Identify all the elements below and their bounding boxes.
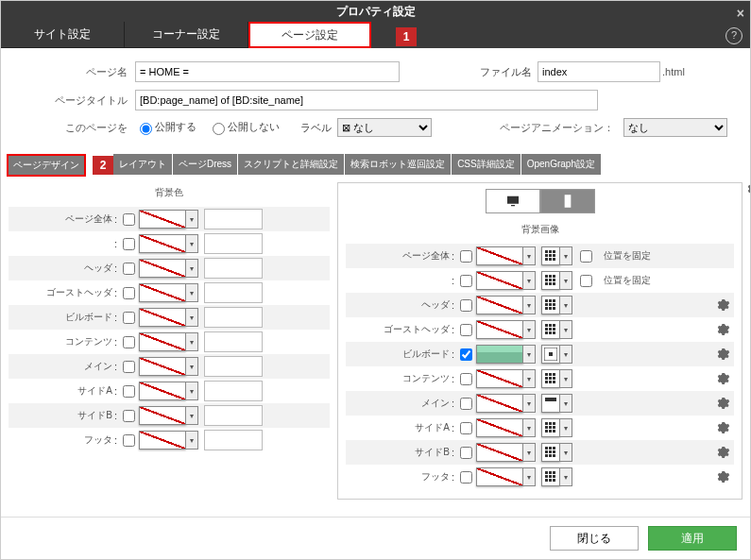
bgcolor-text-billboard[interactable]: [204, 307, 263, 328]
bgimage-swatch-pageAll[interactable]: [476, 246, 523, 265]
bgcolor-dd-footer[interactable]: ▾: [186, 431, 198, 450]
bgimage-check-main[interactable]: [460, 398, 472, 410]
subtab-design[interactable]: ページデザイン: [7, 154, 86, 177]
bgcolor-dd-blank[interactable]: ▾: [186, 234, 198, 253]
bgimage-check-billboard[interactable]: [460, 348, 472, 361]
bgimage-pattern-billboard[interactable]: [541, 345, 560, 364]
subtab-dress[interactable]: ページDress: [173, 154, 237, 175]
bgimage-patdd-blank[interactable]: ▾: [560, 271, 572, 290]
bgcolor-text-blank[interactable]: [204, 233, 263, 254]
publish-yes-radio[interactable]: [140, 123, 152, 135]
bgcolor-swatch-billboard[interactable]: [139, 308, 186, 327]
page-name-input[interactable]: [135, 61, 400, 82]
row-gear-header[interactable]: [715, 297, 730, 313]
subtab-layout[interactable]: レイアウト: [113, 154, 172, 175]
bgcolor-check-billboard[interactable]: [123, 312, 135, 324]
bgcolor-swatch-sideB[interactable]: [139, 406, 186, 425]
bgcolor-text-main[interactable]: [204, 356, 263, 377]
bgimage-check-footer[interactable]: [460, 471, 472, 484]
bgimage-check-sideA[interactable]: [460, 422, 472, 434]
bgcolor-text-pageAll[interactable]: [204, 209, 263, 229]
bgcolor-text-sideB[interactable]: [204, 405, 263, 426]
bgcolor-dd-main[interactable]: ▾: [186, 357, 198, 376]
bgcolor-check-sideA[interactable]: [123, 385, 135, 398]
bgcolor-check-sideB[interactable]: [123, 410, 135, 422]
bgimage-patdd-sideA[interactable]: ▾: [560, 418, 572, 437]
bgimage-pattern-header[interactable]: [541, 296, 560, 314]
row-gear-ghostHeader[interactable]: [715, 322, 730, 337]
bgcolor-check-contents[interactable]: [123, 336, 135, 348]
tab-site[interactable]: サイト設定: [1, 22, 125, 48]
bgimage-swatch-contents[interactable]: [476, 369, 523, 388]
bgimage-swatch-main[interactable]: [476, 394, 523, 413]
bgcolor-dd-billboard[interactable]: ▾: [186, 308, 198, 327]
bgimage-swatch-header[interactable]: [476, 296, 523, 314]
bgcolor-check-ghostHeader[interactable]: [123, 287, 135, 299]
row-gear-sideB[interactable]: [715, 445, 730, 460]
bgimage-check-contents[interactable]: [460, 373, 472, 385]
subtab-script[interactable]: スクリプトと詳細設定: [238, 154, 344, 175]
bgcolor-check-main[interactable]: [123, 361, 135, 373]
row-gear-footer[interactable]: [715, 469, 730, 484]
bgimage-dd-sideA[interactable]: ▾: [523, 418, 536, 437]
bgimage-pattern-ghostHeader[interactable]: [541, 320, 560, 339]
panel-gear-icon[interactable]: [745, 181, 751, 196]
bgcolor-swatch-contents[interactable]: [139, 332, 186, 351]
bgcolor-check-footer[interactable]: [123, 434, 135, 447]
bgcolor-check-blank[interactable]: [123, 238, 135, 250]
bgimage-dd-footer[interactable]: ▾: [523, 467, 536, 486]
bgimage-pattern-footer[interactable]: [541, 467, 560, 486]
bgimage-dd-main[interactable]: ▾: [523, 394, 536, 413]
file-name-input[interactable]: [538, 61, 660, 82]
publish-yes[interactable]: 公開する: [135, 120, 196, 135]
bgimage-patdd-main[interactable]: ▾: [560, 394, 572, 413]
subtab-css[interactable]: CSS詳細設定: [452, 154, 521, 175]
bgimage-dd-blank[interactable]: ▾: [523, 271, 536, 290]
label-select[interactable]: ⊠ なし: [337, 118, 432, 137]
device-mobile-tab[interactable]: [540, 189, 595, 213]
bgimage-check-blank[interactable]: [460, 275, 472, 287]
subtab-og[interactable]: OpenGraph設定: [521, 154, 601, 175]
bgcolor-text-sideA[interactable]: [204, 381, 263, 401]
bgimage-pattern-blank[interactable]: [541, 271, 560, 290]
bgcolor-swatch-sideA[interactable]: [139, 382, 186, 400]
bgimage-patdd-contents[interactable]: ▾: [560, 369, 572, 388]
bgimage-swatch-billboard[interactable]: [476, 345, 523, 364]
device-desktop-tab[interactable]: [486, 189, 540, 213]
bgcolor-swatch-ghostHeader[interactable]: [139, 283, 186, 302]
bgimage-check-sideB[interactable]: [460, 447, 472, 459]
bgcolor-dd-contents[interactable]: ▾: [186, 332, 198, 351]
close-icon[interactable]: ×: [737, 3, 744, 24]
bgcolor-check-pageAll[interactable]: [123, 213, 135, 226]
bgimage-dd-contents[interactable]: ▾: [523, 369, 536, 388]
bgimage-patdd-footer[interactable]: ▾: [560, 467, 572, 486]
row-gear-billboard[interactable]: [715, 347, 730, 362]
bgimage-swatch-sideA[interactable]: [476, 418, 523, 437]
bgimage-pattern-main[interactable]: [541, 394, 560, 413]
bgcolor-text-header[interactable]: [204, 258, 263, 279]
bgimage-pattern-sideA[interactable]: [541, 418, 560, 437]
publish-no-radio[interactable]: [213, 123, 225, 135]
bgcolor-text-footer[interactable]: [204, 430, 263, 450]
bgimage-dd-ghostHeader[interactable]: ▾: [523, 320, 536, 339]
bgimage-swatch-sideB[interactable]: [476, 443, 523, 462]
bgcolor-check-header[interactable]: [123, 263, 135, 275]
bgcolor-swatch-blank[interactable]: [139, 234, 186, 253]
bgcolor-text-ghostHeader[interactable]: [204, 282, 263, 303]
bgimage-patdd-pageAll[interactable]: ▾: [560, 246, 572, 265]
bgcolor-dd-header[interactable]: ▾: [186, 259, 198, 278]
bgcolor-swatch-main[interactable]: [139, 357, 186, 376]
bgimage-check-header[interactable]: [460, 299, 472, 312]
bgcolor-dd-sideA[interactable]: ▾: [186, 382, 198, 400]
bgimage-pattern-pageAll[interactable]: [541, 246, 560, 265]
bgimage-pattern-contents[interactable]: [541, 369, 560, 388]
close-button[interactable]: 閉じる: [550, 526, 639, 551]
bgcolor-swatch-pageAll[interactable]: [139, 210, 186, 229]
row-gear-sideA[interactable]: [715, 420, 730, 435]
bgimage-pattern-sideB[interactable]: [541, 443, 560, 462]
bgimage-dd-header[interactable]: ▾: [523, 296, 536, 314]
bgcolor-swatch-header[interactable]: [139, 259, 186, 278]
bgimage-patdd-billboard[interactable]: ▾: [560, 345, 572, 364]
fixpos-check-blank[interactable]: [580, 275, 592, 287]
row-gear-main[interactable]: [715, 396, 730, 411]
